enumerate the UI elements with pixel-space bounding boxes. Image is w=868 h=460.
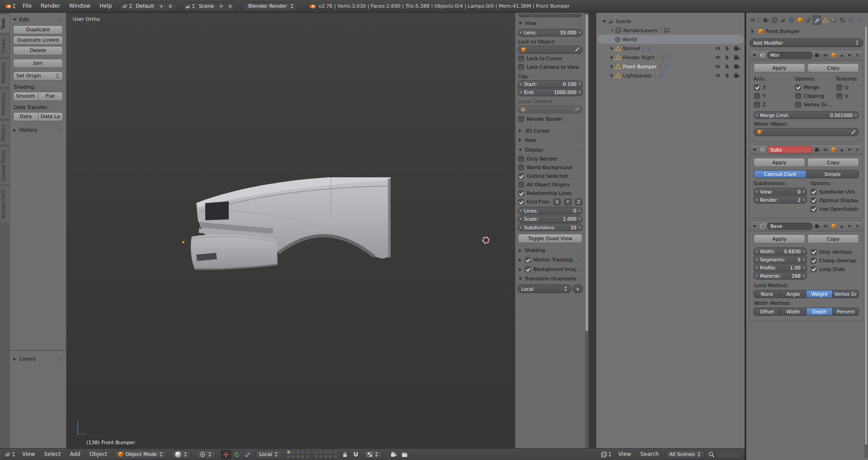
layer-cell[interactable] — [324, 450, 328, 454]
panel-history-header[interactable]: History — [12, 125, 64, 135]
tab-physics[interactable]: Physics — [0, 120, 10, 145]
editor-type-button[interactable] — [599, 450, 613, 459]
tab-blender2scs[interactable]: Blender2SCS — [0, 185, 10, 223]
layer-cell[interactable] — [328, 450, 332, 454]
catmull-clark-button[interactable]: Catmull-Clark — [754, 170, 807, 178]
delete-modifier-button[interactable] — [854, 147, 861, 153]
grid-lines-field[interactable]: Lines: 0 — [518, 207, 583, 214]
edit-mode-toggle[interactable] — [830, 52, 837, 59]
restrict-render-icon[interactable] — [734, 72, 740, 79]
outliner-search-input[interactable] — [716, 451, 741, 458]
view-subdivisions-field[interactable]: View: 0 — [754, 188, 807, 195]
panel-drag-handle[interactable] — [577, 21, 583, 26]
render-border-checkbox[interactable]: Render Border — [518, 115, 582, 123]
panel-transform-orientations-header[interactable]: Transform Orientations — [518, 274, 583, 284]
layer-cell[interactable] — [301, 450, 305, 454]
move-modifier-down-button[interactable] — [846, 223, 853, 230]
clipping-checkbox[interactable]: Clipping — [795, 92, 833, 100]
outliner-row-renderlayers[interactable]: RenderLayers — [597, 26, 744, 35]
width-depth-button[interactable]: Depth — [807, 308, 833, 316]
simple-button[interactable]: Simple — [807, 170, 859, 178]
restrict-render-icon[interactable] — [734, 63, 740, 70]
hide-eye-icon[interactable] — [715, 63, 721, 70]
local-camera-field[interactable] — [518, 105, 583, 114]
outliner-display-mode-select[interactable]: All Scenes — [665, 450, 704, 459]
delete-button[interactable]: Delete — [13, 46, 63, 55]
limit-none-button[interactable]: None — [754, 290, 780, 298]
mirror-z-checkbox[interactable]: Z — [754, 100, 792, 109]
set-origin-menu[interactable]: Set Origin — [13, 71, 63, 81]
grid-subdivisions-field[interactable]: Subdivisions: 10 — [518, 223, 583, 231]
properties-tab-object[interactable] — [796, 15, 804, 25]
mirror-u-checkbox[interactable]: U — [836, 83, 859, 91]
search-icon[interactable] — [708, 451, 715, 458]
layer-cell[interactable] — [296, 455, 300, 459]
outliner-row-scene[interactable]: Scene — [597, 17, 744, 26]
panel-motion-tracking-header[interactable]: Motion Tracking — [518, 255, 583, 265]
tab-grease-pencil[interactable]: Grease Pencil — [0, 146, 10, 185]
layer-cell[interactable] — [287, 455, 291, 459]
delete-modifier-button[interactable] — [854, 223, 861, 230]
properties-tab-render[interactable] — [762, 15, 770, 25]
panel-edit-header[interactable]: Edit — [12, 15, 64, 24]
mirror-modifier-header[interactable]: Mirr — [750, 50, 863, 61]
lock-camera-checkbox[interactable]: Lock Camera to View — [518, 63, 582, 71]
panel-drag-handle[interactable] — [58, 128, 64, 133]
render-visibility-toggle[interactable] — [814, 223, 821, 230]
restrict-select-icon[interactable] — [724, 72, 731, 79]
panel-drag-handle[interactable] — [58, 356, 64, 361]
bevel-profile-slider[interactable]: Profile: 1.00 — [754, 264, 807, 271]
mirror-v-checkbox[interactable]: V — [836, 92, 859, 100]
layer-cell[interactable] — [319, 455, 323, 459]
viewport-visibility-toggle[interactable] — [822, 223, 829, 230]
add-scene-button[interactable] — [217, 2, 225, 10]
subsurf-modifier-header[interactable]: Subs — [750, 145, 863, 155]
properties-scrollbar[interactable] — [864, 26, 868, 458]
scrollbar-thumb[interactable] — [865, 26, 867, 445]
subdivide-uvs-checkbox[interactable]: Subdivide UVs — [811, 188, 859, 196]
properties-tab-particles[interactable] — [847, 15, 855, 25]
grid-floor-row[interactable]: Grid Floo X Y Z — [518, 198, 582, 206]
properties-tab-data[interactable] — [821, 15, 830, 25]
modifier-name-field[interactable]: Mirr — [767, 52, 812, 59]
loop-slide-checkbox[interactable]: Loop Slide — [811, 265, 859, 273]
apply-modifier-button[interactable]: Apply — [754, 234, 805, 243]
outliner-row-lightpanels[interactable]: Lightpanels — [597, 71, 744, 80]
grid-x-toggle[interactable]: X — [553, 199, 561, 205]
add-screen-button[interactable] — [157, 2, 165, 10]
limit-weight-button[interactable]: Weight — [807, 290, 833, 298]
layer-cell[interactable] — [314, 455, 318, 459]
screen-layout-selector[interactable]: Default — [119, 2, 177, 11]
mirror-x-checkbox[interactable]: X — [754, 83, 792, 91]
edit-mode-toggle[interactable] — [830, 223, 837, 230]
viewport-shading-select[interactable] — [171, 450, 191, 459]
copy-modifier-button[interactable]: Copy — [807, 234, 859, 243]
apply-modifier-button[interactable]: Apply — [754, 158, 805, 167]
restrict-select-icon[interactable] — [724, 63, 731, 70]
editor-splitter[interactable] — [589, 13, 596, 448]
viewport-visibility-toggle[interactable] — [822, 146, 829, 153]
width-percent-button[interactable]: Percent — [833, 308, 859, 316]
add-modifier-menu[interactable]: Add Modifier — [750, 38, 863, 47]
layer-cell[interactable] — [296, 450, 300, 454]
mirror-y-checkbox[interactable]: Y — [754, 92, 792, 100]
panel-drag-handle[interactable] — [577, 267, 583, 272]
add-orientation-button[interactable] — [573, 285, 583, 293]
apply-modifier-button[interactable]: Apply — [754, 63, 805, 72]
scrollbar-thumb[interactable] — [585, 14, 588, 331]
menu-search[interactable]: Search — [636, 448, 663, 460]
snap-toggle[interactable] — [351, 450, 361, 459]
join-button[interactable]: Join — [13, 59, 63, 68]
delete-screen-button[interactable] — [166, 2, 174, 10]
properties-tab-world[interactable] — [788, 15, 796, 25]
grid-scale-field[interactable]: Scale: 1.000 — [518, 215, 583, 223]
properties-tab-scene[interactable] — [779, 15, 787, 25]
opengl-render-anim-button[interactable] — [400, 450, 410, 459]
bevel-modifier-header[interactable]: Beve — [750, 221, 863, 232]
eyedropper-icon[interactable] — [575, 107, 580, 112]
panel-display-header[interactable]: Display — [518, 145, 583, 155]
world-background-checkbox[interactable]: World Background — [518, 164, 582, 172]
duplicate-button[interactable]: Duplicate — [13, 25, 63, 34]
layer-cell[interactable] — [291, 455, 295, 459]
panel-drag-handle[interactable] — [577, 248, 583, 253]
